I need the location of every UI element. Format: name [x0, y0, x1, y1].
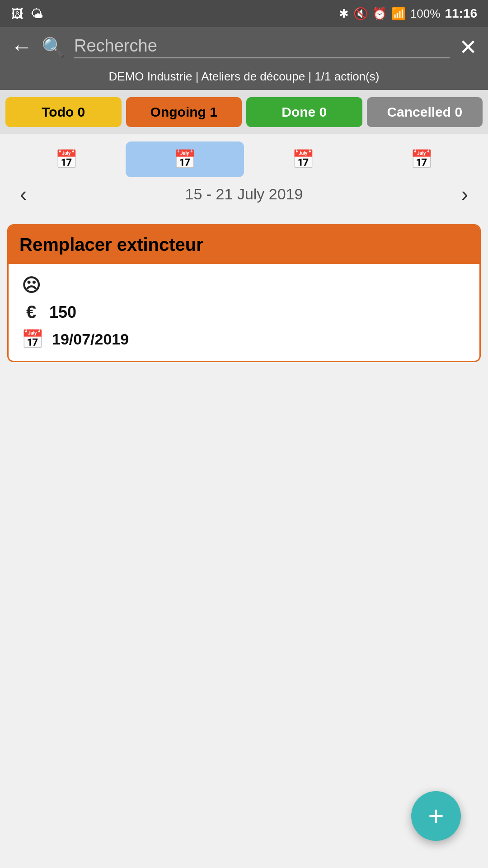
task-card-body: ☹ € 150 📅 19/07/2019	[9, 264, 479, 361]
breadcrumb: DEMO Industrie | Ateliers de découpe | 1…	[0, 67, 488, 90]
plus-icon: +	[428, 802, 444, 830]
calendar-day-icon: 📅	[55, 149, 78, 170]
calendar-list-view-button[interactable]: 📅	[362, 142, 481, 177]
filter-tabs: Todo 0 Ongoing 1 Done 0 Cancelled 0	[0, 90, 488, 134]
battery-label: 100%	[410, 7, 441, 21]
task-card-header: Remplacer extincteur	[9, 226, 479, 264]
close-button[interactable]: ✕	[459, 34, 477, 60]
signal-icon: 📶	[391, 7, 406, 21]
date-range-label: 15 - 21 July 2019	[45, 185, 443, 203]
top-bar: ← 🔍 ✕	[0, 27, 488, 67]
task-card[interactable]: Remplacer extincteur ☹ € 150 📅 19/07/201…	[7, 224, 481, 362]
gallery-icon: 🖼	[11, 6, 23, 21]
tab-done[interactable]: Done 0	[246, 97, 362, 127]
time-label: 11:16	[445, 6, 477, 21]
person-icon: ☹	[21, 275, 41, 296]
search-icon: 🔍	[42, 36, 65, 58]
tab-todo[interactable]: Todo 0	[5, 97, 122, 127]
task-date: 19/07/2019	[52, 330, 129, 348]
status-bar-right-icons: ✱ 🔇 ⏰ 📶 100% 11:16	[339, 6, 477, 21]
main-content: Remplacer extincteur ☹ € 150 📅 19/07/201…	[0, 215, 488, 371]
alarm-icon: ⏰	[372, 7, 387, 21]
calendar-nav: 📅 📅 📅 📅	[0, 134, 488, 177]
calendar-month-view-button[interactable]: 📅	[244, 142, 362, 177]
task-date-row: 📅 19/07/2019	[21, 329, 467, 350]
calendar-month-icon: 📅	[292, 149, 314, 170]
calendar-list-icon: 📅	[410, 149, 433, 170]
task-assignee-row: ☹	[21, 275, 467, 296]
mute-icon: 🔇	[353, 7, 368, 21]
calendar-day-view-button[interactable]: 📅	[7, 142, 126, 177]
date-nav: ‹ 15 - 21 July 2019 ›	[0, 177, 488, 215]
calendar-icon: 📅	[21, 329, 44, 350]
calendar-view-icons: 📅 📅 📅 📅	[7, 142, 481, 177]
prev-week-button[interactable]: ‹	[11, 182, 36, 206]
task-cost-row: € 150	[21, 302, 467, 322]
tab-ongoing[interactable]: Ongoing 1	[126, 97, 242, 127]
calendar-week-view-button[interactable]: 📅	[126, 142, 244, 177]
back-button[interactable]: ←	[11, 36, 33, 58]
task-cost: 150	[49, 303, 76, 322]
status-bar-left-icons: 🖼 🌤	[11, 6, 43, 21]
search-input[interactable]	[74, 36, 450, 56]
next-week-button[interactable]: ›	[452, 182, 477, 206]
weather-icon: 🌤	[31, 6, 43, 21]
tab-cancelled[interactable]: Cancelled 0	[367, 97, 483, 127]
task-title: Remplacer extincteur	[19, 235, 203, 255]
euro-icon: €	[21, 302, 41, 322]
calendar-week-icon: 📅	[174, 149, 196, 170]
search-input-wrap	[74, 36, 450, 58]
status-bar: 🖼 🌤 ✱ 🔇 ⏰ 📶 100% 11:16	[0, 0, 488, 27]
add-button[interactable]: +	[411, 791, 461, 841]
bluetooth-icon: ✱	[339, 7, 349, 21]
